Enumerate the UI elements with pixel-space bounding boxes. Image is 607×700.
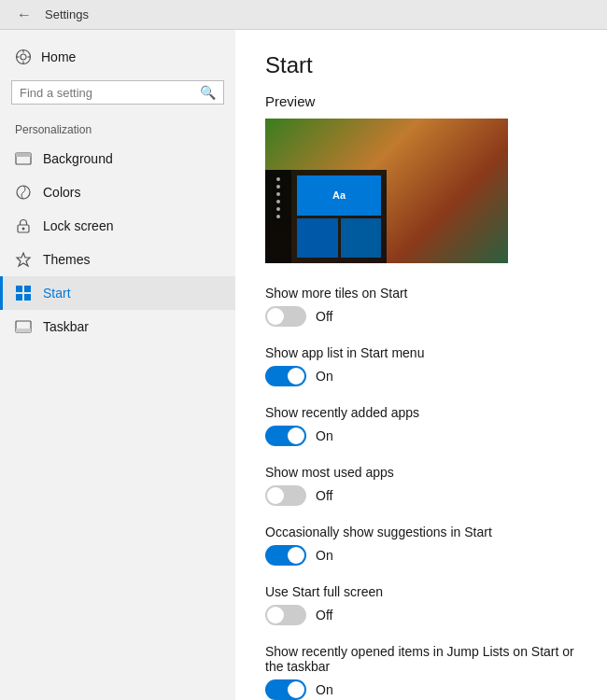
toggle-full-screen[interactable] xyxy=(265,605,306,625)
sidebar-background-label: Background xyxy=(43,151,113,166)
toggle-state-label-jump-lists: On xyxy=(316,682,333,697)
settings-container: Show more tiles on StartOffShow app list… xyxy=(265,286,577,700)
search-icon-button[interactable]: 🔍 xyxy=(200,85,216,100)
toggle-row-suggestions: On xyxy=(265,545,577,566)
toggle-row-recently-added: On xyxy=(265,426,577,446)
sidebar-themes-label: Themes xyxy=(43,252,91,267)
lockscreen-icon xyxy=(15,217,32,234)
mini-dot-4 xyxy=(276,200,280,203)
search-input[interactable] xyxy=(20,86,194,100)
toggle-state-label-most-used: Off xyxy=(316,488,332,503)
themes-icon xyxy=(15,251,32,268)
setting-row-jump-lists: Show recently opened items in Jump Lists… xyxy=(265,644,577,700)
sidebar-item-start[interactable]: Start xyxy=(0,276,235,310)
sidebar-item-colors[interactable]: Colors xyxy=(0,175,235,209)
toggle-jump-lists[interactable] xyxy=(265,679,306,700)
toggle-state-label-app-list: On xyxy=(316,369,333,384)
toggle-more-tiles[interactable] xyxy=(265,306,306,327)
mini-dot-1 xyxy=(276,177,280,181)
setting-row-app-list: Show app list in Start menuOn xyxy=(265,345,577,386)
mini-dot-3 xyxy=(276,192,280,196)
mini-dot-5 xyxy=(276,207,280,211)
sidebar-item-themes[interactable]: Themes xyxy=(0,243,235,276)
setting-label-full-screen: Use Start full screen xyxy=(265,584,577,599)
toggle-row-jump-lists: On xyxy=(265,679,577,700)
svg-rect-12 xyxy=(24,286,31,292)
svg-point-1 xyxy=(21,54,26,60)
setting-row-full-screen: Use Start full screenOff xyxy=(265,584,577,625)
toggle-row-full-screen: Off xyxy=(265,605,577,625)
sidebar-taskbar-label: Taskbar xyxy=(43,319,89,334)
sidebar-home-label: Home xyxy=(41,49,76,64)
preview-start-sidebar xyxy=(265,170,291,263)
toggle-state-label-suggestions: On xyxy=(316,548,333,563)
svg-rect-14 xyxy=(24,294,31,301)
back-button[interactable]: ← xyxy=(11,2,37,28)
toggle-suggestions[interactable] xyxy=(265,545,306,566)
svg-point-10 xyxy=(22,228,25,231)
sidebar: Home 🔍 Personalization Background xyxy=(0,30,235,700)
preview-label: Preview xyxy=(265,93,577,109)
content-area: Start Preview Aa Show more tiles on Star… xyxy=(235,30,607,700)
toggle-row-app-list: On xyxy=(265,366,577,386)
mini-dot-6 xyxy=(276,215,280,218)
titlebar: ← Settings xyxy=(0,0,607,30)
home-icon xyxy=(15,49,32,65)
setting-row-more-tiles: Show more tiles on StartOff xyxy=(265,286,577,327)
search-icon: 🔍 xyxy=(200,85,216,100)
setting-row-recently-added: Show recently added appsOn xyxy=(265,405,577,446)
colors-icon xyxy=(15,184,32,201)
svg-rect-11 xyxy=(16,286,22,292)
setting-row-most-used: Show most used appsOff xyxy=(265,465,577,506)
toggle-most-used[interactable] xyxy=(265,485,306,506)
setting-label-recently-added: Show recently added apps xyxy=(265,405,577,420)
preview-startmenu: Aa xyxy=(265,170,387,263)
setting-label-most-used: Show most used apps xyxy=(265,465,577,480)
toggle-row-most-used: Off xyxy=(265,485,577,506)
sidebar-colors-label: Colors xyxy=(43,185,80,200)
setting-label-more-tiles: Show more tiles on Start xyxy=(265,286,577,301)
svg-rect-13 xyxy=(16,294,22,301)
titlebar-title: Settings xyxy=(45,7,89,21)
toggle-row-more-tiles: Off xyxy=(265,306,577,327)
preview-tiles-area: Aa xyxy=(291,170,387,263)
setting-label-app-list: Show app list in Start menu xyxy=(265,345,577,360)
toggle-app-list[interactable] xyxy=(265,366,306,386)
sidebar-item-home[interactable]: Home xyxy=(0,41,235,73)
sidebar-start-label: Start xyxy=(43,286,71,301)
toggle-recently-added[interactable] xyxy=(265,426,306,446)
svg-rect-7 xyxy=(16,153,31,157)
preview-tile-2 xyxy=(297,218,338,259)
toggle-state-label-full-screen: Off xyxy=(316,608,332,623)
toggle-state-label-recently-added: On xyxy=(316,428,333,443)
setting-label-jump-lists: Show recently opened items in Jump Lists… xyxy=(265,644,577,674)
setting-row-suggestions: Occasionally show suggestions in StartOn xyxy=(265,525,577,566)
sidebar-item-lockscreen[interactable]: Lock screen xyxy=(0,209,235,243)
main-layout: Home 🔍 Personalization Background xyxy=(0,30,607,700)
preview-image: Aa xyxy=(265,119,508,263)
section-label: Personalization xyxy=(0,112,235,142)
preview-tile-3 xyxy=(341,218,382,259)
svg-rect-16 xyxy=(16,329,31,332)
search-box: 🔍 xyxy=(11,80,224,105)
sidebar-item-taskbar[interactable]: Taskbar xyxy=(0,310,235,343)
start-icon xyxy=(15,285,32,301)
sidebar-lockscreen-label: Lock screen xyxy=(43,218,113,233)
preview-tile-main: Aa xyxy=(297,175,381,216)
background-icon xyxy=(15,150,32,167)
mini-dot-2 xyxy=(276,185,280,189)
sidebar-item-background[interactable]: Background xyxy=(0,142,235,175)
setting-label-suggestions: Occasionally show suggestions in Start xyxy=(265,525,577,539)
toggle-state-label-more-tiles: Off xyxy=(316,309,332,324)
page-title: Start xyxy=(265,52,577,78)
taskbar-icon xyxy=(15,318,32,335)
